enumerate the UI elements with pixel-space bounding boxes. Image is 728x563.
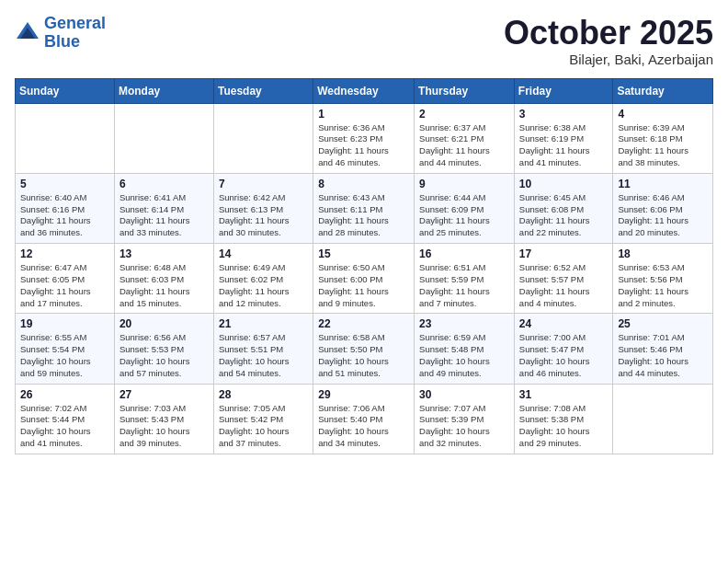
calendar-cell: 18Sunrise: 6:53 AM Sunset: 5:56 PM Dayli… (613, 244, 713, 314)
weekday-header-sunday: Sunday (16, 78, 115, 103)
day-number: 31 (519, 388, 609, 401)
day-number: 1 (318, 108, 409, 121)
calendar-week-3: 12Sunrise: 6:47 AM Sunset: 6:05 PM Dayli… (16, 244, 713, 314)
day-info: Sunrise: 6:39 AM Sunset: 6:18 PM Dayligh… (618, 122, 708, 169)
logo-line2: Blue (44, 32, 80, 51)
day-number: 2 (419, 108, 509, 121)
day-info: Sunrise: 6:49 AM Sunset: 6:02 PM Dayligh… (219, 262, 308, 309)
weekday-header-tuesday: Tuesday (213, 78, 313, 103)
calendar-week-1: 1Sunrise: 6:36 AM Sunset: 6:23 PM Daylig… (16, 103, 713, 173)
day-info: Sunrise: 7:07 AM Sunset: 5:39 PM Dayligh… (419, 403, 509, 450)
calendar-cell: 22Sunrise: 6:58 AM Sunset: 5:50 PM Dayli… (313, 314, 415, 384)
day-info: Sunrise: 6:58 AM Sunset: 5:50 PM Dayligh… (318, 332, 409, 379)
day-number: 24 (519, 317, 609, 330)
calendar-cell: 31Sunrise: 7:08 AM Sunset: 5:38 PM Dayli… (514, 384, 613, 454)
calendar-week-4: 19Sunrise: 6:55 AM Sunset: 5:54 PM Dayli… (16, 314, 713, 384)
day-number: 4 (618, 108, 708, 121)
day-number: 12 (20, 247, 109, 260)
day-info: Sunrise: 6:38 AM Sunset: 6:19 PM Dayligh… (519, 122, 609, 169)
weekday-header-friday: Friday (514, 78, 613, 103)
logo-line1: General (44, 14, 106, 32)
day-number: 15 (318, 247, 409, 260)
day-info: Sunrise: 6:42 AM Sunset: 6:13 PM Dayligh… (219, 192, 308, 239)
day-number: 29 (318, 388, 409, 401)
weekday-header-thursday: Thursday (415, 78, 515, 103)
calendar-cell: 27Sunrise: 7:03 AM Sunset: 5:43 PM Dayli… (114, 384, 213, 454)
day-number: 13 (119, 247, 209, 260)
day-info: Sunrise: 6:44 AM Sunset: 6:09 PM Dayligh… (419, 192, 509, 239)
calendar-cell (114, 103, 213, 173)
calendar-cell: 30Sunrise: 7:07 AM Sunset: 5:39 PM Dayli… (415, 384, 515, 454)
logo-text: General Blue (44, 15, 106, 52)
calendar-cell: 29Sunrise: 7:06 AM Sunset: 5:40 PM Dayli… (313, 384, 415, 454)
day-info: Sunrise: 6:53 AM Sunset: 5:56 PM Dayligh… (618, 262, 708, 309)
day-info: Sunrise: 7:08 AM Sunset: 5:38 PM Dayligh… (519, 403, 609, 450)
day-number: 7 (219, 178, 308, 190)
calendar-cell: 4Sunrise: 6:39 AM Sunset: 6:18 PM Daylig… (613, 103, 713, 173)
day-info: Sunrise: 7:05 AM Sunset: 5:42 PM Dayligh… (219, 403, 308, 450)
day-info: Sunrise: 7:03 AM Sunset: 5:43 PM Dayligh… (119, 403, 209, 450)
calendar-header: SundayMondayTuesdayWednesdayThursdayFrid… (16, 78, 713, 103)
calendar-week-2: 5Sunrise: 6:40 AM Sunset: 6:16 PM Daylig… (16, 173, 713, 243)
day-info: Sunrise: 7:02 AM Sunset: 5:44 PM Dayligh… (20, 403, 109, 450)
calendar-cell: 28Sunrise: 7:05 AM Sunset: 5:42 PM Dayli… (213, 384, 313, 454)
calendar-cell: 14Sunrise: 6:49 AM Sunset: 6:02 PM Dayli… (213, 244, 313, 314)
day-number: 16 (419, 247, 509, 260)
day-number: 25 (618, 317, 708, 330)
day-info: Sunrise: 6:41 AM Sunset: 6:14 PM Dayligh… (119, 192, 209, 239)
calendar-cell: 21Sunrise: 6:57 AM Sunset: 5:51 PM Dayli… (213, 314, 313, 384)
title-section: October 2025 Bilajer, Baki, Azerbaijan (504, 15, 713, 67)
day-info: Sunrise: 6:51 AM Sunset: 5:59 PM Dayligh… (419, 262, 509, 309)
day-info: Sunrise: 7:00 AM Sunset: 5:47 PM Dayligh… (519, 332, 609, 379)
day-info: Sunrise: 6:37 AM Sunset: 6:21 PM Dayligh… (419, 122, 509, 169)
calendar-cell: 9Sunrise: 6:44 AM Sunset: 6:09 PM Daylig… (415, 173, 515, 243)
day-info: Sunrise: 6:52 AM Sunset: 5:57 PM Dayligh… (519, 262, 609, 309)
day-number: 14 (219, 247, 308, 260)
day-info: Sunrise: 6:43 AM Sunset: 6:11 PM Dayligh… (318, 192, 409, 239)
calendar-table: SundayMondayTuesdayWednesdayThursdayFrid… (15, 78, 713, 454)
day-info: Sunrise: 6:47 AM Sunset: 6:05 PM Dayligh… (20, 262, 109, 309)
calendar-cell: 5Sunrise: 6:40 AM Sunset: 6:16 PM Daylig… (16, 173, 115, 243)
calendar-cell: 24Sunrise: 7:00 AM Sunset: 5:47 PM Dayli… (514, 314, 613, 384)
day-number: 27 (119, 388, 209, 401)
calendar-cell: 15Sunrise: 6:50 AM Sunset: 6:00 PM Dayli… (313, 244, 415, 314)
day-info: Sunrise: 6:40 AM Sunset: 6:16 PM Dayligh… (20, 192, 109, 239)
day-number: 23 (419, 317, 509, 330)
day-number: 17 (519, 247, 609, 260)
day-info: Sunrise: 6:48 AM Sunset: 6:03 PM Dayligh… (119, 262, 209, 309)
calendar-cell: 3Sunrise: 6:38 AM Sunset: 6:19 PM Daylig… (514, 103, 613, 173)
day-number: 19 (20, 317, 109, 330)
calendar-cell (16, 103, 115, 173)
calendar-cell (613, 384, 713, 454)
day-number: 9 (419, 178, 509, 190)
day-info: Sunrise: 6:55 AM Sunset: 5:54 PM Dayligh… (20, 332, 109, 379)
calendar-cell: 23Sunrise: 6:59 AM Sunset: 5:48 PM Dayli… (415, 314, 515, 384)
calendar-cell: 11Sunrise: 6:46 AM Sunset: 6:06 PM Dayli… (613, 173, 713, 243)
day-number: 11 (618, 178, 708, 190)
calendar-cell: 13Sunrise: 6:48 AM Sunset: 6:03 PM Dayli… (114, 244, 213, 314)
day-info: Sunrise: 6:36 AM Sunset: 6:23 PM Dayligh… (318, 122, 409, 169)
calendar-body: 1Sunrise: 6:36 AM Sunset: 6:23 PM Daylig… (16, 103, 713, 454)
weekday-header-wednesday: Wednesday (313, 78, 415, 103)
day-info: Sunrise: 6:56 AM Sunset: 5:53 PM Dayligh… (119, 332, 209, 379)
day-number: 8 (318, 178, 409, 190)
day-number: 5 (20, 178, 109, 190)
calendar-cell (213, 103, 313, 173)
logo: General Blue (15, 15, 106, 52)
day-info: Sunrise: 7:06 AM Sunset: 5:40 PM Dayligh… (318, 403, 409, 450)
day-info: Sunrise: 6:46 AM Sunset: 6:06 PM Dayligh… (618, 192, 708, 239)
weekday-header-saturday: Saturday (613, 78, 713, 103)
day-info: Sunrise: 6:57 AM Sunset: 5:51 PM Dayligh… (219, 332, 308, 379)
day-number: 3 (519, 108, 609, 121)
day-number: 18 (618, 247, 708, 260)
day-info: Sunrise: 6:50 AM Sunset: 6:00 PM Dayligh… (318, 262, 409, 309)
day-number: 30 (419, 388, 509, 401)
location-subtitle: Bilajer, Baki, Azerbaijan (504, 52, 713, 67)
day-number: 21 (219, 317, 308, 330)
calendar-cell: 19Sunrise: 6:55 AM Sunset: 5:54 PM Dayli… (16, 314, 115, 384)
day-number: 26 (20, 388, 109, 401)
calendar-cell: 1Sunrise: 6:36 AM Sunset: 6:23 PM Daylig… (313, 103, 415, 173)
calendar-cell: 6Sunrise: 6:41 AM Sunset: 6:14 PM Daylig… (114, 173, 213, 243)
weekday-header-monday: Monday (114, 78, 213, 103)
calendar-cell: 17Sunrise: 6:52 AM Sunset: 5:57 PM Dayli… (514, 244, 613, 314)
